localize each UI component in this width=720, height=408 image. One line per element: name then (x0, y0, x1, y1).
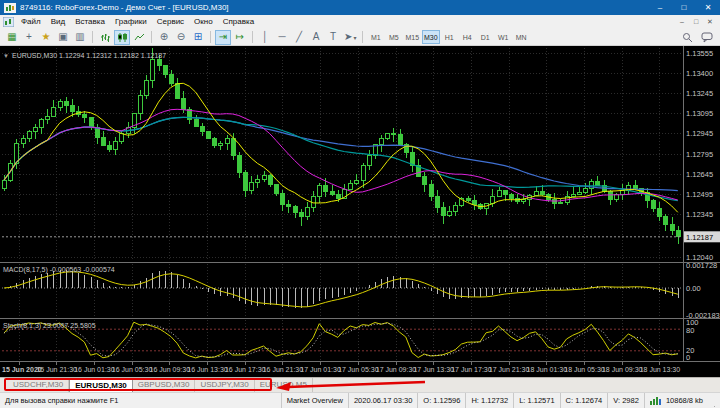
candlestick-chart-button[interactable] (114, 30, 130, 45)
menu-view[interactable]: Вид (46, 15, 70, 29)
svg-text:16 Jun 05:30: 16 Jun 05:30 (112, 366, 153, 373)
svg-text:16 Jun 21:30: 16 Jun 21:30 (263, 366, 304, 373)
zoom-in-icon: ⊕ (160, 32, 168, 42)
toolbar: ▦ + ★ ▣ ▥ ⊕ ⊖ ⊞ ⇥ ↦ │ ─ ╱ A T (0, 29, 720, 46)
svg-text:17 Jun 13:30: 17 Jun 13:30 (413, 366, 454, 373)
horizontal-line-button[interactable]: ─ (274, 30, 290, 45)
status-help-text: Для вызова справки нажмите F1 (0, 393, 281, 408)
profiles-button[interactable]: ▣ (55, 30, 71, 45)
chart-tabs-bar: USDCHF,M30 EURUSD,M30 GBPUSD,M30 USDJPY,… (0, 377, 720, 392)
vertical-line-button[interactable]: │ (257, 30, 273, 45)
timeframe-mn-button[interactable]: MN (513, 30, 530, 44)
timeframe-m5-button[interactable]: M5 (385, 30, 402, 44)
timeframe-d1-button[interactable]: D1 (477, 30, 494, 44)
svg-text:17 Jun 01:30: 17 Jun 01:30 (300, 366, 341, 373)
chart-shift-button[interactable]: ↦ (232, 30, 248, 45)
svg-text:1.13400: 1.13400 (686, 69, 713, 78)
svg-text:1.12645: 1.12645 (686, 170, 713, 179)
toolbar-separator (362, 31, 363, 43)
svg-text:16 Jun 01:30: 16 Jun 01:30 (74, 366, 115, 373)
menu-tools[interactable]: Сервис (152, 15, 189, 29)
status-traffic: 10868/8 kb (644, 393, 708, 408)
svg-text:18 Jun 05:30: 18 Jun 05:30 (564, 366, 605, 373)
tab-eurusd-m30[interactable]: EURUSD,M30 (69, 378, 133, 392)
svg-text:18 Jun 01:30: 18 Jun 01:30 (527, 366, 568, 373)
tab-usdjpy-m30[interactable]: USDJPY,M30 (195, 378, 254, 392)
chart-window-icon (3, 17, 14, 27)
text-label-button[interactable]: T (325, 30, 341, 45)
svg-text:17 Jun 21:30: 17 Jun 21:30 (489, 366, 530, 373)
svg-text:Stoch(8,1,3) 23.0007 25.5805: Stoch(8,1,3) 23.0007 25.5805 (3, 322, 96, 330)
close-button[interactable]: ✕ (696, 0, 720, 15)
toolbar-separator (151, 31, 152, 43)
text-label-icon: T (330, 32, 336, 42)
svg-text:1.12187: 1.12187 (686, 233, 713, 242)
tab-usdchf-m30[interactable]: USDCHF,M30 (8, 378, 69, 392)
candlestick-chart-icon (117, 32, 128, 43)
templates-button[interactable]: ★ (38, 30, 54, 45)
auto-scroll-icon: ⇥ (219, 32, 227, 42)
search-icon (682, 32, 693, 43)
bar-chart-button[interactable] (97, 30, 113, 45)
vertical-line-icon: │ (262, 32, 268, 42)
zoom-out-button[interactable]: ⊖ (173, 30, 189, 45)
status-market-overview: Market Overview (281, 393, 348, 408)
new-chart-button[interactable]: ▦ (4, 30, 20, 45)
chat-button[interactable] (699, 30, 715, 45)
timeframe-h1-button[interactable]: H1 (441, 30, 458, 44)
toolbar-separator (252, 31, 253, 43)
menu-help[interactable]: Справка (218, 15, 259, 29)
timeframe-h4-button[interactable]: H4 (459, 30, 476, 44)
menu-window[interactable]: Окно (189, 15, 218, 29)
maximize-button[interactable]: □ (672, 0, 696, 15)
svg-text:MACD(8,17,5) -0.000563 -0.0005: MACD(8,17,5) -0.000563 -0.000574 (3, 266, 115, 274)
timeframe-m1-button[interactable]: M1 (367, 30, 384, 44)
tab-eurusd-m5[interactable]: EURUSD,M5 (255, 378, 313, 392)
child-minimize-button[interactable]: – (677, 18, 687, 26)
svg-text:17 Jun 09:30: 17 Jun 09:30 (376, 366, 417, 373)
toolbar-separator (92, 31, 93, 43)
svg-text:1.13095: 1.13095 (686, 109, 713, 118)
application-window: 8749116: RoboForex-Demo - Демо Счет - [E… (0, 0, 720, 408)
text-tool-button[interactable]: A (308, 30, 324, 45)
crosshair-icon: + (26, 32, 32, 42)
svg-text:0.00: 0.00 (686, 284, 701, 293)
tile-windows-button[interactable]: ⊞ (190, 30, 206, 45)
svg-text:EURUSD,M30 1.12294 1.12312 1.1: EURUSD,M30 1.12294 1.12312 1.12182 1.121… (12, 52, 166, 59)
templates-star-icon: ★ (42, 32, 51, 42)
status-high: H: 1.12732 (465, 393, 513, 408)
crosshair-button[interactable]: + (21, 30, 37, 45)
timeframe-m15-button[interactable]: M15 (403, 30, 421, 44)
auto-scroll-button[interactable]: ⇥ (215, 30, 231, 45)
child-restore-button[interactable]: □ (691, 18, 701, 26)
svg-text:15 Jun 21:30: 15 Jun 21:30 (36, 366, 77, 373)
new-chart-icon: ▦ (7, 32, 16, 42)
svg-text:1.12495: 1.12495 (686, 190, 713, 199)
arrows-tool-button[interactable]: ➤▾ (342, 30, 358, 45)
chart-canvas[interactable]: 1.121871.135551.134001.132451.130951.129… (0, 46, 720, 377)
status-open: O: 1.12596 (417, 393, 465, 408)
line-chart-button[interactable] (131, 30, 147, 45)
svg-text:1.12795: 1.12795 (686, 150, 713, 159)
trendline-button[interactable]: ╱ (291, 30, 307, 45)
horizontal-line-icon: ─ (278, 32, 285, 42)
traffic-bars-icon (650, 396, 663, 405)
menu-insert[interactable]: Вставка (70, 15, 110, 29)
svg-text:16 Jun 17:30: 16 Jun 17:30 (225, 366, 266, 373)
child-close-button[interactable]: ✕ (705, 18, 715, 26)
arrows-tool-icon: ➤ (344, 32, 352, 42)
zoom-in-button[interactable]: ⊕ (156, 30, 172, 45)
timeframe-m30-button[interactable]: M30 (422, 30, 440, 44)
tab-gbpusd-m30[interactable]: GBPUSD,M30 (133, 378, 196, 392)
timeframe-w1-button[interactable]: W1 (495, 30, 512, 44)
svg-text:18 Jun 13:30: 18 Jun 13:30 (640, 366, 681, 373)
minimize-button[interactable]: – (648, 0, 672, 15)
data-window-button[interactable]: ▥ (72, 30, 88, 45)
resize-grip[interactable] (708, 393, 720, 408)
tile-windows-icon: ⊞ (194, 32, 202, 42)
menu-file[interactable]: Файл (16, 15, 46, 29)
svg-text:17 Jun 05:30: 17 Jun 05:30 (338, 366, 379, 373)
svg-text:80: 80 (686, 326, 694, 335)
menu-charts[interactable]: Графики (110, 15, 152, 29)
search-button[interactable] (679, 30, 695, 45)
